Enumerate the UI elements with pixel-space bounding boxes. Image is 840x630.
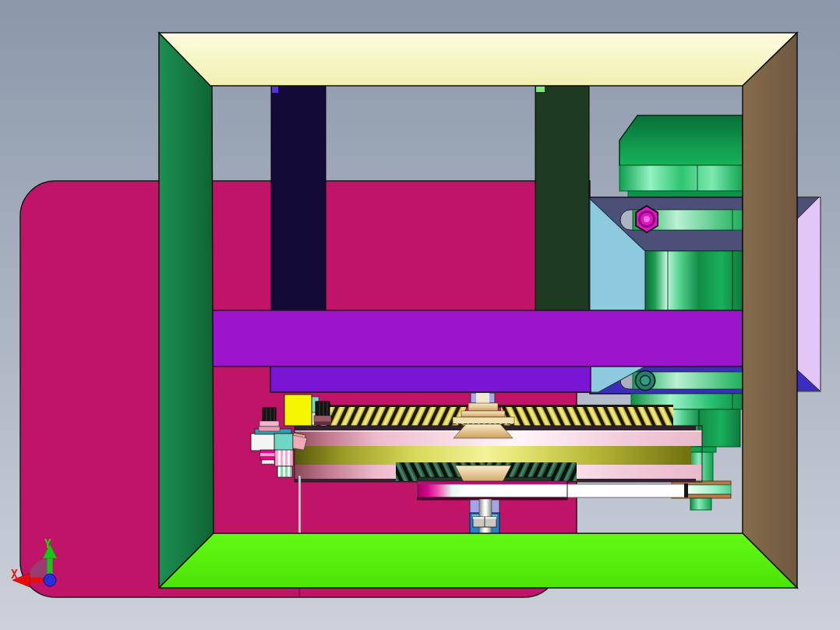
washer-pink-2 [259,426,280,431]
inner-column-green [535,86,589,312]
bracket-teal-block [274,434,293,451]
hanger-rod [298,476,301,533]
cylinder-green-striped [277,466,292,477]
inner-column-green-cap [536,87,545,92]
frame-right-column [743,33,797,588]
gear-lower-hub [455,465,511,483]
hub-tier-3 [453,417,514,424]
gear-wheel-assembly [288,393,702,483]
beam-upper [210,310,743,366]
y-axis-label: Y [44,537,51,551]
hub-tier-2 [461,411,505,417]
motor-pulley [687,485,731,494]
mount-back-panel [797,197,821,391]
bolt-teal-center [641,376,651,386]
inner-column-navy [271,86,326,312]
hub-tier-1 [468,403,498,411]
shaft-collar-core [476,393,489,403]
motor-dome [619,115,743,165]
cylinder-pink-striped [275,450,293,466]
belt-band [417,484,687,497]
hex-bolt-magenta-center [644,216,650,222]
washer-pink-1 [259,421,279,426]
washer-mauve-edge [314,422,331,425]
motor-band [619,165,743,191]
axis-origin-dot [44,574,56,586]
frame-bottom-panel [159,533,797,588]
bolt-left [263,408,276,421]
x-axis-label: X [11,568,18,582]
motor-step [628,191,743,197]
frame-top-panel [159,33,797,86]
beam-lower [270,366,591,392]
inner-column-navy-cap [272,87,278,93]
frame-left-column [159,33,214,588]
ring-magenta-highlight [260,453,276,456]
gear-disc-band-olive [295,446,691,465]
ring-white [262,460,274,464]
washer-mauve [314,416,331,422]
hanger-rod-seam [299,588,301,596]
belt-end [684,483,688,497]
clamp-block-yellow [284,395,312,426]
render-canvas[interactable]: X Y [0,0,840,630]
gear-teeth-upper-right [501,407,673,427]
motor-shaft-stub [690,498,711,510]
cad-viewport[interactable]: X Y [0,0,840,630]
